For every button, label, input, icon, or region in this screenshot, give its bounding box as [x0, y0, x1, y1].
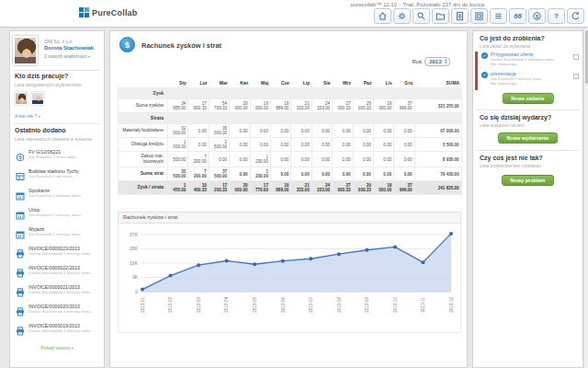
- x-tick-label: 2013-01: [141, 297, 145, 313]
- recent-item-title[interactable]: Wyjazd: [28, 224, 103, 232]
- recent-item-title[interactable]: INVOICE/0000021/2013: [28, 282, 103, 290]
- recent-item[interactable]: WyjazdJan Kowalski 1 miesiąc temu: [15, 224, 103, 244]
- chart-point[interactable]: [421, 260, 424, 264]
- recent-item[interactable]: UrlopJan Kowalski 1 miesiąc temu: [15, 205, 103, 224]
- todo-title: Co jest do zrobienia?: [480, 35, 545, 41]
- recent-item[interactable]: INVOICE/0000022/2013Dorota Stachowiak 1 …: [15, 263, 103, 282]
- cell-value: 1 230.00: [250, 167, 270, 181]
- documents-button[interactable]: [451, 8, 469, 24]
- chart-point[interactable]: [141, 288, 144, 292]
- cell-value: 19 000.00: [373, 99, 393, 113]
- help-icon: ?: [551, 11, 561, 21]
- cell-value: 0.00: [188, 124, 209, 138]
- recent-item-title[interactable]: Budowa stadionu Tychy: [28, 167, 103, 174]
- y-tick-label: 37K: [130, 232, 139, 237]
- new-task-button[interactable]: Nowe zadanie: [502, 93, 553, 104]
- finance-button[interactable]: $: [528, 8, 546, 24]
- recent-item-title[interactable]: INVOICE/0000022/2013: [28, 263, 103, 270]
- projects-button[interactable]: [432, 8, 449, 24]
- x-tick-label: 2013-06: [281, 297, 286, 313]
- logged-user-avatar[interactable]: [31, 92, 44, 105]
- invoice-icon: [16, 323, 25, 332]
- section-row: Zysk: [119, 88, 462, 99]
- problems-subtitle: Lista problemów bez rozwiązań: [480, 164, 541, 168]
- cell-value: 29 000.33: [353, 181, 373, 195]
- new-problem-button[interactable]: Nowy problem: [502, 175, 555, 186]
- table-row: Obsługa kredytu1 000.000.002 500.000.000…: [119, 138, 462, 152]
- year-stepper[interactable]: 2013 ▲▼: [424, 57, 450, 66]
- cell-value: 1 000.00: [168, 138, 188, 152]
- chart-point[interactable]: [365, 248, 368, 252]
- cell-value: 34 955.00: [168, 99, 188, 113]
- messages-count[interactable]: 2 nowych wiadomości: [44, 54, 87, 59]
- row-label: Suma strat: [119, 167, 168, 181]
- list-icon: [493, 11, 503, 21]
- archive-button[interactable]: [470, 8, 488, 24]
- settings-button[interactable]: [393, 8, 411, 24]
- undo-button[interactable]: [567, 8, 584, 24]
- x-tick-label: 2013-11: [421, 297, 425, 313]
- calendar-icon: [16, 226, 25, 236]
- column-header: SUMA: [414, 77, 461, 88]
- recent-item-title[interactable]: INVOICE/0000019/2013: [28, 321, 103, 328]
- chart-point[interactable]: [337, 252, 341, 256]
- chart-point[interactable]: [449, 232, 453, 236]
- recent-item-title[interactable]: INVOICE/0000020/2013: [28, 302, 103, 309]
- chart-point[interactable]: [197, 263, 200, 267]
- logo-grid-icon: [79, 7, 89, 17]
- cell-value: 35 000.00: [209, 124, 229, 138]
- lists-button[interactable]: [490, 8, 507, 24]
- home-button[interactable]: [374, 8, 391, 24]
- recent-item-title[interactable]: FV G/12/06221: [28, 147, 103, 155]
- chart-point[interactable]: [253, 262, 256, 266]
- chart-point[interactable]: [281, 259, 285, 263]
- row-label: Obsługa kredytu: [119, 138, 168, 152]
- recent-item[interactable]: INVOICE/0000019/2013Dorota Stachowiak 1 …: [15, 321, 103, 340]
- recent-item[interactable]: INVOICE/0000020/2013Dorota Stachowiak 1 …: [15, 302, 103, 321]
- recent-item[interactable]: $FV G/12/06221Jan Kowalski 7 minut temu: [15, 147, 103, 167]
- row-label: Suma zysków: [119, 99, 168, 113]
- table-row: Suma strat33 500.007 200.0037 500.000.00…: [119, 167, 462, 181]
- recent-item-meta: Jan Kowalski 1 miesiąc temu: [28, 193, 103, 198]
- recent-item[interactable]: INVOICE/0000021/2013Dorota Stachowiak 1 …: [15, 282, 103, 302]
- working-today-subtitle: Lista zalogowanych użytkowników: [15, 83, 102, 87]
- cell-value: 0.00: [250, 138, 270, 152]
- cell-value: 54 700.33: [209, 99, 229, 113]
- task-checkbox[interactable]: [573, 54, 579, 60]
- logged-user-avatar[interactable]: [15, 92, 28, 105]
- user-name[interactable]: Dorota Stachowiak: [44, 45, 94, 51]
- chart-point[interactable]: [393, 245, 397, 248]
- chart-point[interactable]: [309, 257, 312, 260]
- section-row: Strata: [119, 113, 462, 124]
- cell-value: 0.00: [394, 138, 414, 152]
- recent-item[interactable]: INVOICE/0000023/2013Dorota Stachowiak 1 …: [15, 244, 103, 263]
- search-button[interactable]: [413, 8, 430, 24]
- recent-item-title[interactable]: Spotkanie: [28, 186, 103, 193]
- table-row: Zakup mat. biurowych500.007 200.000.000.…: [119, 152, 462, 167]
- column-header: Lip: [291, 77, 311, 88]
- quotes-button[interactable]: 66: [509, 8, 526, 24]
- task-checkbox[interactable]: [573, 74, 579, 79]
- recent-item-title[interactable]: Urlop: [28, 205, 103, 213]
- chart-point[interactable]: [225, 259, 229, 262]
- cell-value: 0.00: [394, 167, 414, 181]
- recent-item[interactable]: Budowa stadionu TychyJan Kowalski 5 dni …: [15, 167, 103, 186]
- recent-item[interactable]: SpotkanieJan Kowalski 1 miesiąc temu: [15, 186, 103, 205]
- x-tick-label: 2013-08: [337, 297, 342, 313]
- column-header: Sie: [311, 77, 332, 88]
- calendar-icon: [16, 188, 25, 197]
- year-selector: Rok 2013 ▲▼: [413, 57, 451, 66]
- chart-point[interactable]: [169, 274, 173, 278]
- trial-status-text: purecollab™ 12.10 :: Trial. Pozostało 23…: [351, 2, 484, 7]
- divider: [14, 70, 100, 71]
- search-icon: [416, 11, 426, 21]
- user-avatar[interactable]: [13, 36, 38, 65]
- stepper-arrows-icon[interactable]: ▲▼: [445, 59, 447, 64]
- cell-value: 10 400.33: [188, 181, 209, 195]
- recent-item-title[interactable]: INVOICE/0000023/2013: [28, 244, 103, 251]
- pnl-chart: 09K19K28K37K2013-012013-022013-032013-04…: [118, 224, 461, 333]
- page-scrollbar[interactable]: [583, 29, 588, 368]
- new-event-button[interactable]: Nowe wydarzenie: [498, 132, 559, 144]
- cell-value: 0.00: [353, 152, 373, 167]
- help-button[interactable]: ?: [548, 8, 565, 24]
